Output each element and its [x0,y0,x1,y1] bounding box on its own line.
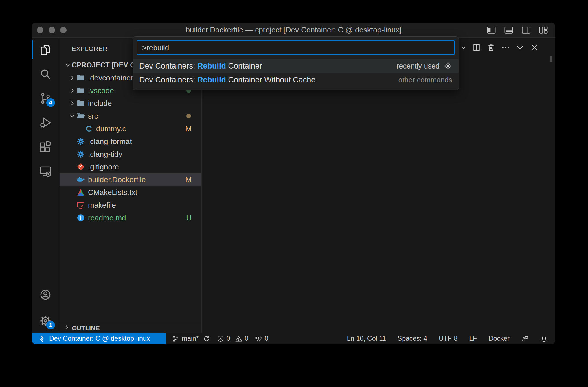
status-bar-right: Ln 10, Col 11 Spaces: 4 UTF-8 LF Docker [347,335,555,342]
sidebar-item-search[interactable] [32,62,59,86]
tree-row-dummy-c[interactable]: C dummy.c M [60,122,201,135]
remote-label: Dev Container: C @ desktop-linux [49,335,150,342]
chevron-right-icon [64,324,70,332]
c-file-icon: C [84,124,93,133]
customize-layout-icon[interactable] [539,25,548,35]
tree-row-builder-dockerfile[interactable]: builder.Dockerfile M [60,173,201,186]
configure-keybinding-gear-icon[interactable] [444,62,452,70]
activity-bar: 4 [32,38,59,333]
error-count: 0 [227,335,230,342]
ports-indicator[interactable]: 0 [255,335,268,342]
extensions-icon [39,141,52,153]
sidebar-item-run-debug[interactable] [32,110,59,135]
makefile-icon [76,201,85,209]
tree-row-makefile[interactable]: makefile [60,199,201,211]
git-untracked-badge: U [186,213,192,222]
folder-icon [76,73,85,82]
tree-row-clang-format[interactable]: .clang-format [60,135,201,148]
close-panel-icon[interactable] [530,43,539,52]
problems-indicator[interactable]: 0 0 [217,335,249,342]
close-window-button[interactable] [37,27,43,33]
git-modified-badge: M [185,124,192,133]
warning-count: 0 [245,335,249,342]
folder-icon [76,86,85,95]
tree-row-clang-tidy[interactable]: .clang-tidy [60,148,201,161]
encoding[interactable]: UTF-8 [439,335,457,342]
chevron-down-icon[interactable] [68,112,76,120]
feedback-icon[interactable] [521,335,529,342]
terminal-dropdown-icon[interactable] [460,43,467,52]
tree-row-include[interactable]: include [60,97,201,110]
match-highlight: Rebuild [197,75,226,84]
settings-file-icon [76,150,85,159]
chevron-right-icon[interactable] [68,74,76,82]
tree-row-readme[interactable]: readme.md U [60,211,201,224]
sidebar-item-settings[interactable]: 1 [32,309,59,333]
toggle-panel-icon[interactable] [504,25,514,35]
cursor-position[interactable]: Ln 10, Col 11 [347,335,386,342]
traffic-lights [37,27,67,33]
sync-icon [203,335,210,342]
command-palette-input[interactable] [137,40,455,55]
sidebar-item-accounts[interactable] [32,283,59,307]
ports-count: 0 [264,335,268,342]
tree-row-gitignore[interactable]: .gitignore [60,161,201,173]
vscode-window: builder.Dockerfile — cproject [Dev Conta… [32,23,555,344]
zoom-window-button[interactable] [60,27,67,33]
remote-indicator[interactable]: Dev Container: C @ desktop-linux [32,333,166,344]
palette-item-rebuild-container[interactable]: Dev Containers: Rebuild Container recent… [133,59,459,73]
more-actions-icon[interactable] [501,43,510,52]
language-mode[interactable]: Docker [488,335,510,342]
minimize-panel-icon[interactable] [515,43,525,52]
desktop-background: builder.Dockerfile — cproject [Dev Conta… [0,0,588,387]
command-palette: Dev Containers: Rebuild Container recent… [133,36,459,90]
sidebar-item-remote-explorer[interactable] [32,159,59,183]
git-file-icon [76,163,85,171]
sidebar-item-extensions[interactable] [32,135,59,159]
git-modified-dot [186,114,191,118]
tree-row-cmakelists[interactable]: CMakeLists.txt [60,186,201,199]
info-file-icon [76,213,85,222]
chevron-down-icon[interactable] [64,61,72,69]
account-icon [39,288,52,301]
search-icon [39,68,52,80]
minimize-window-button[interactable] [49,27,55,33]
notifications-bell-icon[interactable] [540,335,548,342]
chevron-right-icon[interactable] [68,86,76,95]
toggle-secondary-sidebar-icon[interactable] [521,25,531,35]
branch-label: main* [182,335,199,342]
branch-indicator[interactable]: main* [172,335,210,342]
chevron-right-icon[interactable] [68,99,76,107]
sidebar-item-explorer[interactable] [32,38,59,62]
panel-toolbar [446,43,539,52]
toggle-primary-sidebar-icon[interactable] [486,25,496,35]
indentation[interactable]: Spaces: 4 [398,335,427,342]
settings-file-icon [76,137,85,146]
group-label-recently-used: recently used [396,62,440,70]
panel-scrollbar-thumb[interactable] [550,56,552,62]
remote-explorer-icon [39,165,52,178]
source-control-badge: 4 [46,98,55,107]
git-modified-badge: M [185,175,192,184]
remote-icon [38,335,46,342]
split-panel-icon[interactable] [472,43,481,52]
group-label-other-commands: other commands [398,76,452,84]
match-highlight: Rebuild [197,62,226,70]
run-debug-icon [39,116,52,129]
titlebar: builder.Dockerfile — cproject [Dev Conta… [32,23,555,38]
cmake-file-icon [76,188,85,197]
git-branch-icon [172,335,179,342]
outline-section-header[interactable]: OUTLINE [60,323,201,333]
settings-badge: 1 [46,321,55,329]
layout-controls [486,25,548,35]
folder-icon [76,99,85,108]
folder-open-icon [76,112,85,120]
sidebar-item-source-control[interactable]: 4 [32,86,59,110]
palette-item-rebuild-container-without-cache[interactable]: Dev Containers: Rebuild Container Withou… [133,73,459,87]
docker-file-icon [76,175,85,184]
tree-row-src[interactable]: src [60,110,201,122]
kill-terminal-trash-icon[interactable] [486,43,496,52]
outline-label: OUTLINE [72,325,100,332]
eol-sequence[interactable]: LF [469,335,477,342]
window-title: builder.Dockerfile — cproject [Dev Conta… [32,25,555,34]
